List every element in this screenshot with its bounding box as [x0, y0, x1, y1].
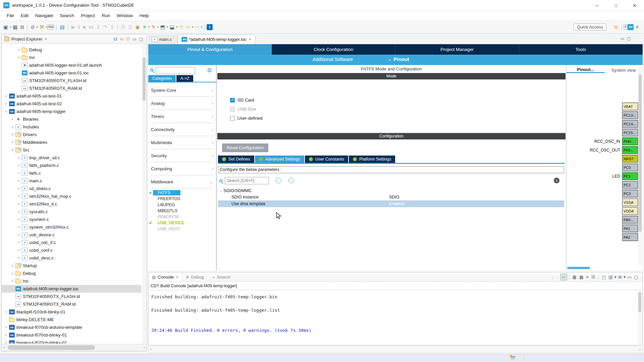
mode-option[interactable]: USB Disk — [230, 107, 256, 112]
expand-arrow-icon[interactable]: > — [4, 333, 8, 337]
category-group[interactable]: Connectivity › — [151, 123, 213, 136]
separator[interactable]: | — [54, 24, 58, 30]
close-view-icon[interactable]: ✕ — [44, 37, 47, 41]
tree-item[interactable]: > c main.c — [2, 177, 141, 185]
tree-item[interactable]: > IDE adafruit-f405-sd-test-01 — [2, 92, 141, 100]
new-wizard-icon[interactable]: ▣ — [2, 23, 9, 31]
category-group[interactable]: Security › — [151, 149, 213, 162]
pin[interactable]: NRST — [622, 155, 638, 163]
save-icon[interactable]: ▦ — [11, 23, 19, 31]
show-console-on-output-icon[interactable]: ▦ — [571, 274, 578, 280]
configuration-subtab[interactable]: Advanced Settings — [255, 156, 304, 163]
editor-tab[interactable]: c main.c — [148, 35, 178, 44]
debug-perspective-icon[interactable]: ✳ — [634, 23, 641, 31]
back-icon[interactable]: ⇦ — [185, 23, 192, 31]
pinout-dropdown[interactable]: ⌄ Pinout — [388, 56, 409, 62]
ioc-config-tab[interactable]: Clock Configuration — [272, 44, 396, 55]
tree-item[interactable]: blinky-DELETE-ME — [2, 316, 141, 323]
category-group[interactable]: Timers › — [151, 110, 213, 123]
configuration-subtab[interactable]: User Constants — [305, 156, 348, 163]
tree-item[interactable]: > Inc — [2, 54, 141, 61]
expand-arrow-icon[interactable]: > — [10, 140, 15, 144]
expand-arrow-icon[interactable]: > — [16, 202, 21, 206]
middleware-item[interactable]: FREERTOS — [148, 196, 216, 202]
checkbox[interactable] — [230, 116, 235, 121]
minimize-icon[interactable]: ▭ — [131, 36, 138, 42]
disconnect-icon[interactable]: ⋈ — [87, 23, 95, 31]
ioc-config-tab[interactable]: Tools — [519, 44, 643, 55]
open-perspective-icon[interactable]: ⊞ — [612, 23, 620, 31]
pin[interactable]: PH0-.. — [622, 137, 638, 145]
close-button[interactable]: ✕ — [625, 0, 644, 11]
menu-item[interactable]: Search — [56, 12, 77, 19]
run-external-icon[interactable]: ✎ — [150, 23, 157, 31]
expand-arrow-icon[interactable]: > — [16, 164, 21, 167]
resume-icon[interactable]: ▶ — [70, 23, 77, 31]
pin[interactable]: VDDA — [622, 207, 638, 215]
minimize-button[interactable]: ─ — [588, 0, 606, 11]
parameter-group[interactable]: ⌄ SDIO/SDMMC — [218, 187, 564, 194]
tree-item[interactable]: > Debug — [2, 269, 141, 277]
tree-item[interactable]: > IDE blackpill-f103c8-blinky-01 — [2, 308, 141, 316]
pin[interactable]: PC13-.. — [622, 111, 638, 119]
menu-item[interactable]: Run — [98, 12, 113, 19]
separator[interactable]: | — [620, 24, 624, 30]
hide-frames-icon[interactable]: ☲ — [127, 23, 134, 31]
expand-arrow-icon[interactable]: > — [10, 133, 15, 136]
tree-item[interactable]: > c sd_diskio.c — [2, 185, 141, 192]
close-tab-icon[interactable]: ✕ — [176, 275, 178, 279]
step-into-icon[interactable]: ↧ — [95, 23, 102, 31]
categories-search-input[interactable] — [156, 67, 195, 74]
tree-item[interactable]: > c syscalls.c — [2, 208, 141, 216]
gear-icon[interactable]: ⚙ — [207, 67, 212, 74]
tree-item[interactable]: v IDE adafruit-f405-temp-logger — [2, 108, 141, 115]
pin[interactable]: PA2 — [622, 233, 638, 241]
tree-item[interactable]: LD STM32F405RGTX_FLASH.ld — [2, 293, 141, 300]
word-wrap-icon[interactable]: ≡ — [585, 274, 590, 280]
middleware-item[interactable]: ✔ FATFS — [148, 190, 216, 196]
pin[interactable]: PA0-.. — [622, 216, 638, 224]
tree-item[interactable]: > c usbd_desc.c — [2, 254, 141, 262]
expand-arrow-icon[interactable]: > — [16, 210, 21, 214]
parameter-row[interactable]: SDIO instance SDIO — [218, 194, 564, 200]
debug-icon[interactable]: ✳ — [141, 23, 148, 31]
expand-arrow-icon[interactable]: > — [16, 194, 21, 198]
configuration-subtab[interactable]: Set Defines — [218, 156, 254, 163]
new-wizard-2-icon[interactable]: ⬓ — [168, 23, 176, 31]
pin[interactable]: PC3 — [622, 190, 638, 197]
tree-item[interactable]: LD STM32F405RGTX_RAM.ld — [2, 84, 141, 92]
skip-breakpoints-icon[interactable]: ⊘ — [29, 23, 36, 31]
console-vertical-scrollbar[interactable] — [638, 291, 642, 344]
forward-icon[interactable]: ⇨ — [194, 23, 201, 31]
expand-arrow-icon[interactable]: > — [4, 341, 8, 344]
tree-item[interactable]: > IDE adafruit-f405-sd-test-02 — [2, 100, 141, 108]
separator[interactable]: | — [203, 24, 207, 30]
maximize-view-icon[interactable]: ▢ — [627, 36, 631, 41]
mx-perspective-icon[interactable]: MX — [628, 24, 634, 30]
separator[interactable]: | — [66, 24, 70, 30]
chevron-down-icon[interactable]: ⌄ — [218, 189, 223, 192]
console-view-tab[interactable]: ✳ Debug — [182, 273, 209, 282]
info-icon[interactable]: i — [207, 24, 213, 30]
maximize-icon[interactable]: ▢ — [633, 274, 640, 280]
open-console-icon[interactable]: ⊞ — [617, 274, 623, 280]
tree-item[interactable]: MX adafruit-f405-temp-logger.ioc — [2, 285, 141, 293]
category-group[interactable]: Analog › — [151, 97, 213, 110]
pinout-vertical-scrollbar[interactable] — [638, 66, 642, 265]
separator[interactable]: | — [567, 275, 571, 279]
tree-item[interactable]: v Src — [2, 146, 141, 154]
expand-arrow-icon[interactable]: > — [16, 179, 21, 183]
profile-icon[interactable]: ⬒ — [159, 23, 166, 31]
pin[interactable]: PC0 — [622, 164, 638, 171]
pin[interactable]: PH1-.. — [622, 146, 638, 154]
middleware-item[interactable]: LIBJPEG — [148, 202, 216, 208]
editor-horizontal-scrollbar[interactable]: ‹ › — [148, 346, 643, 353]
quick-access-button[interactable]: Quick Access — [574, 23, 606, 31]
tree-item[interactable]: > Debug — [2, 46, 141, 54]
tree-item[interactable]: > c stm32f4xx_hal_msp.c — [2, 192, 141, 200]
expand-arrow-icon[interactable]: > — [4, 102, 8, 106]
status-tray-icon[interactable]: 🗗 — [511, 355, 516, 360]
category-group[interactable]: System Core › — [151, 84, 213, 97]
middleware-item[interactable]: PDM2PCM — [148, 214, 216, 220]
console-view-tab[interactable]: ▤ Console ✕ — [149, 273, 182, 282]
